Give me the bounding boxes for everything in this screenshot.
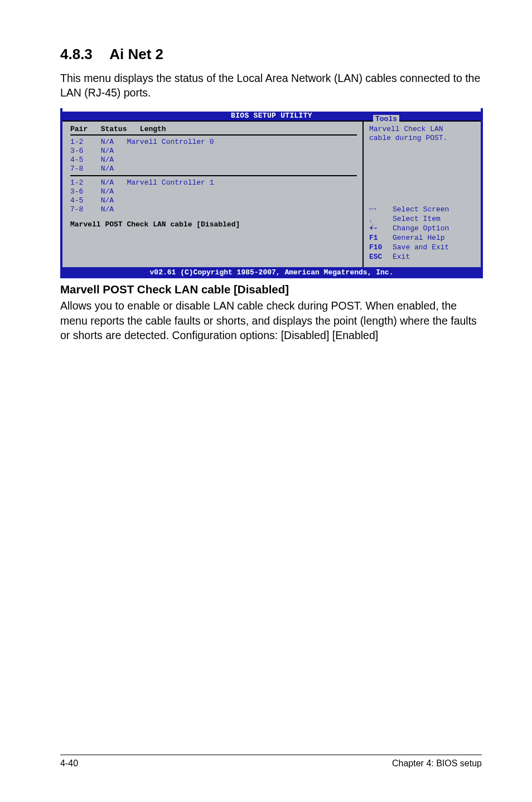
section-heading: 4.8.3 Ai Net 2 (60, 46, 482, 63)
bios-main-panel: Pair Status Length 1-2 N/A Marvell Contr… (62, 120, 364, 268)
table-row: 4-5 N/A (70, 156, 357, 165)
divider (70, 175, 357, 176)
table-row: 3-6 N/A (70, 187, 357, 196)
subsection-body: Allows you to enable or disable LAN cabl… (60, 298, 482, 342)
table-row: 7-8 N/A (70, 165, 357, 173)
table-row: 7-8 N/A (70, 205, 357, 214)
bios-banner: BIOS SETUP UTILITY (60, 112, 483, 120)
f1-key: F1 (369, 234, 393, 243)
esc-key: ESC (369, 253, 393, 262)
arrows-ud-icon (369, 215, 393, 224)
divider (70, 134, 357, 136)
chapter-label: Chapter 4: BIOS setup (392, 758, 482, 769)
table-row: 4-5 N/A (70, 196, 357, 205)
arrows-lr-icon (369, 205, 393, 215)
section-number: 4.8.3 (60, 46, 93, 63)
bios-help-panel: Marvell Check LAN cable during POST. Sel… (364, 120, 481, 268)
help-text: Marvell Check LAN cable during POST. (369, 125, 475, 143)
column-headers: Pair Status Length (70, 125, 357, 133)
key-hints: Select Screen Select Item +-Change Optio… (369, 205, 475, 262)
table-row: 1-2 N/A Marvell Controller 0 (70, 138, 357, 147)
bios-footer: v02.61 (C)Copyright 1985-2007, American … (60, 267, 483, 278)
page-number: 4-40 (60, 758, 78, 769)
bios-title-bar: BIOS SETUP UTILITY Tools (60, 108, 483, 120)
intro-paragraph: This menu displays the status of the Loc… (60, 71, 482, 100)
section-title: Ai Net 2 (109, 46, 163, 63)
bios-screenshot: BIOS SETUP UTILITY Tools Pair Status Len… (60, 108, 483, 279)
subsection-heading: Marvell POST Check LAN cable [Disabled] (60, 283, 482, 296)
table-row: 3-6 N/A (70, 147, 357, 156)
f10-key: F10 (369, 243, 393, 253)
bios-tab-tools: Tools (373, 115, 399, 124)
bios-setting-row: Marvell POST Check LAN cable [Disabled] (70, 220, 357, 229)
page-footer: 4-40 Chapter 4: BIOS setup (60, 755, 482, 769)
table-row: 1-2 N/A Marvell Controller 1 (70, 178, 357, 187)
